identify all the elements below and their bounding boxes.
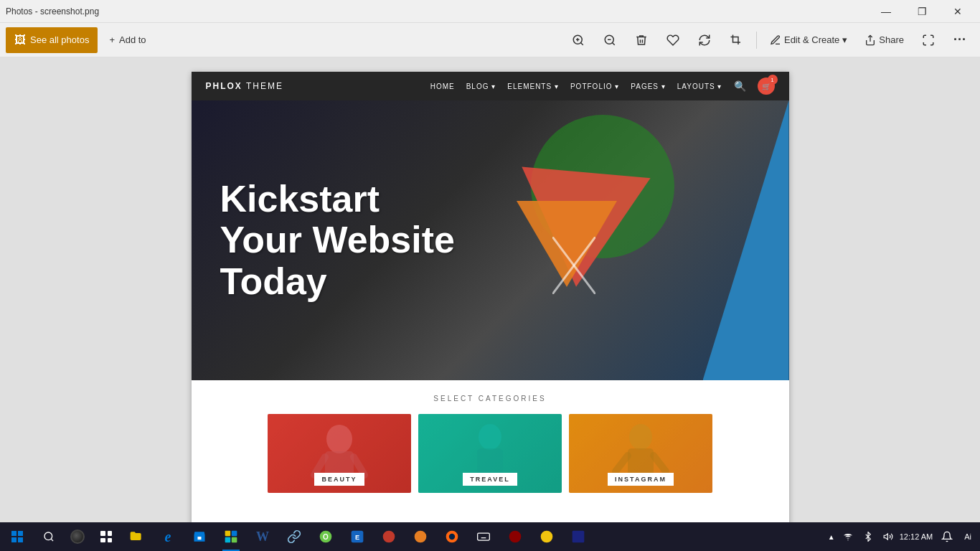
taskbar-edge[interactable]: e (152, 522, 184, 551)
keyboard-icon (476, 529, 491, 544)
svg-marker-49 (884, 534, 887, 540)
green-app-icon: O (319, 529, 333, 544)
taskbar-app-link[interactable] (278, 522, 310, 551)
fullscreen-button[interactable] (914, 27, 943, 53)
search-icon: 🔍 (734, 80, 746, 92)
svg-rect-28 (232, 531, 237, 537)
ai-label[interactable]: Ai (961, 532, 974, 541)
minimize-button[interactable]: — (870, 0, 903, 23)
site-logo: PHLOX THEME (206, 81, 283, 91)
photos-icon: 🖼 (14, 34, 26, 47)
store-icon (192, 529, 207, 544)
rotate-button[interactable] (690, 27, 719, 53)
share-button[interactable]: Share (857, 27, 911, 53)
delete-button[interactable] (627, 27, 656, 53)
svg-line-25 (51, 539, 53, 541)
edge-icon: e (165, 529, 171, 545)
taskbar-store[interactable] (184, 522, 215, 551)
svg-point-35 (383, 531, 395, 543)
categories-grid: BEAUTY TREAVEL (213, 414, 768, 493)
hero-blue-corner (703, 100, 789, 380)
yellow-app-icon (540, 529, 554, 544)
nav-home: HOME (430, 83, 455, 90)
plus-icon: + (109, 34, 115, 45)
taskbar-app-dark-red[interactable] (499, 522, 531, 551)
taskbar-right: ▲ 12:12 AM (821, 522, 980, 551)
svg-rect-26 (198, 537, 202, 540)
see-all-photos-button[interactable]: 🖼 See all photos (6, 27, 98, 53)
window-controls: — ❐ ✕ (870, 0, 974, 23)
start-button[interactable] (0, 522, 34, 551)
bluetooth-icon[interactable] (859, 522, 877, 551)
taskbar-file-explorer[interactable] (121, 522, 152, 551)
volume-icon[interactable] (880, 522, 897, 551)
taskbar-app-yellow[interactable] (531, 522, 562, 551)
delete-icon (635, 34, 648, 47)
notification-icon (941, 531, 953, 542)
site-nav-links: HOME BLOG ▾ ELEMENTS ▾ POTFOLIO ▾ PAGES … (430, 77, 775, 95)
svg-point-45 (509, 531, 522, 543)
taskbar-app-green[interactable]: O (310, 522, 341, 551)
title-bar: Photos - screenshot.png — ❐ ✕ (0, 0, 980, 23)
taskbar-app-red[interactable] (373, 522, 405, 551)
svg-point-10 (326, 425, 352, 453)
cart-badge: 1 (768, 75, 778, 85)
taskbar-keyboard[interactable] (468, 522, 499, 551)
maximize-button[interactable]: ❐ (905, 0, 938, 23)
main-content: PHLOX THEME HOME BLOG ▾ ELEMENTS ▾ POTFO… (0, 57, 980, 551)
taskbar-app-blue[interactable]: E (341, 522, 373, 551)
zoom-out-icon (603, 34, 616, 47)
svg-rect-30 (232, 537, 237, 543)
sys-tray-expand[interactable]: ▲ (826, 533, 837, 541)
close-button[interactable]: ✕ (941, 0, 974, 23)
more-options-button[interactable]: ··· (946, 27, 974, 53)
taskbar-photos[interactable] (215, 522, 247, 551)
taskbar-word[interactable]: W (247, 522, 278, 551)
svg-point-46 (541, 531, 553, 543)
zoom-out-button[interactable] (595, 27, 624, 53)
svg-rect-39 (478, 533, 490, 540)
hero-headline: Kickstart Your Website Today (220, 179, 455, 302)
site-nav: PHLOX THEME HOME BLOG ▾ ELEMENTS ▾ POTFO… (192, 72, 789, 100)
file-explorer-icon (129, 529, 143, 544)
taskbar-firefox[interactable] (436, 522, 468, 551)
wifi-icon (843, 532, 853, 542)
crop-button[interactable] (722, 27, 750, 53)
network-icon[interactable] (839, 522, 857, 551)
taskbar-app-dark-blue[interactable] (562, 522, 594, 551)
svg-point-36 (415, 531, 427, 543)
cortana-button[interactable] (63, 522, 92, 551)
separator (756, 32, 757, 49)
svg-point-48 (847, 540, 848, 540)
svg-point-38 (449, 534, 455, 540)
svg-line-5 (612, 42, 614, 44)
zoom-in-button[interactable] (564, 27, 593, 53)
cart-icon: 🛒 1 (758, 77, 775, 95)
share-icon (864, 34, 876, 46)
crop-icon (730, 34, 743, 47)
word-icon: W (256, 529, 269, 545)
site-hero: Kickstart Your Website Today (192, 100, 789, 380)
category-beauty: BEAUTY (268, 414, 411, 493)
search-icon (43, 531, 55, 542)
svg-line-20 (654, 456, 666, 471)
window-title: Photos - screenshot.png (6, 6, 99, 17)
zoom-in-icon (572, 34, 585, 47)
beauty-label: BEAUTY (314, 473, 364, 486)
add-to-button[interactable]: + Add to (100, 27, 154, 53)
blue-app-icon: E (350, 529, 364, 544)
notification-button[interactable] (936, 522, 958, 551)
nav-elements: ELEMENTS ▾ (507, 83, 559, 90)
svg-point-17 (629, 424, 652, 450)
svg-line-1 (580, 42, 583, 44)
favorite-button[interactable] (659, 27, 687, 53)
nav-layouts: LAYOUTS ▾ (677, 83, 722, 90)
taskbar-search-button[interactable] (34, 522, 63, 551)
categories-title: SELECT CATEGORIES (213, 395, 768, 402)
dark-red-icon (508, 529, 522, 544)
taskbar-app-orange[interactable] (405, 522, 436, 551)
edit-create-button[interactable]: Edit & Create ▾ (763, 27, 854, 53)
link-icon (287, 529, 301, 544)
edit-create-chevron-icon: ▾ (842, 34, 847, 45)
task-view-button[interactable] (92, 522, 121, 551)
